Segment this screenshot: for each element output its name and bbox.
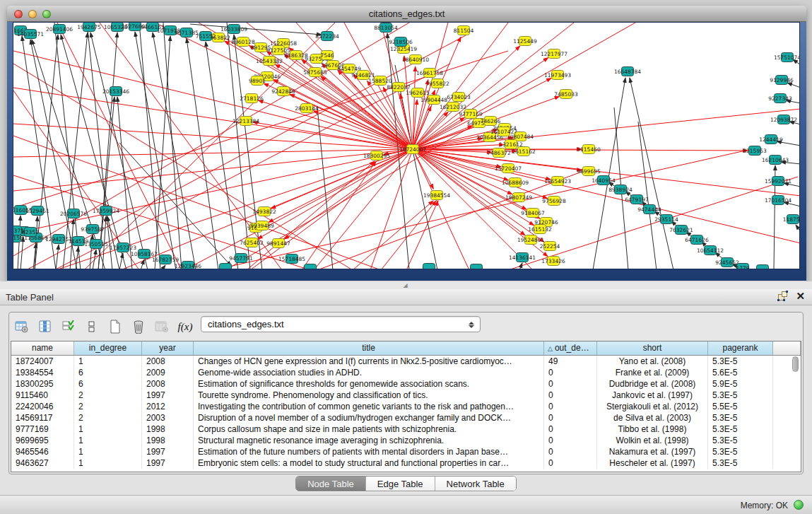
table-settings-icon[interactable]	[13, 317, 30, 336]
table-row[interactable]: 969969511998Structural magnetic resonanc…	[11, 435, 801, 446]
graph-node-1125449[interactable]: 1125449	[513, 37, 537, 46]
graph-node-6734023[interactable]: 6734023	[447, 93, 471, 102]
select-columns-icon[interactable]	[37, 317, 54, 336]
table-row[interactable]: 1830029562008Estimation of significance …	[11, 378, 801, 390]
table-row[interactable]: 946362711997Embryonic stem cells: a mode…	[11, 457, 801, 469]
graph-node-15751074[interactable]: 15751074	[774, 53, 800, 62]
table-row[interactable]: 1872400712008Changes of HCN gene express…	[11, 356, 801, 367]
new-table-icon[interactable]	[107, 317, 124, 336]
graph-node-2935114[interactable]: 2935114	[654, 215, 678, 224]
graph-node-1493822[interactable]: 1493822	[252, 207, 276, 216]
graph-node-1615132[interactable]: 1615132	[528, 225, 552, 234]
function-icon[interactable]: f(x)	[177, 317, 194, 336]
column-header-name[interactable]: name	[11, 341, 74, 355]
graph-node-16033809[interactable]: 16033809	[220, 25, 247, 34]
graph-node-14035571[interactable]: 14035571	[17, 30, 44, 39]
graph-node-17359924[interactable]: 17359924	[93, 206, 119, 216]
table-row[interactable]: 1938455462009Genome-wide association stu…	[11, 367, 801, 378]
graph-node-118753[interactable]: 118753	[783, 215, 800, 224]
graph-node-1615162[interactable]: 1615162	[512, 147, 536, 156]
table-row[interactable]: 1456911722003Disruption of a novel membe…	[11, 412, 801, 424]
graph-node-1529451[interactable]: 1529451	[25, 206, 49, 216]
graph-node-2718126[interactable]: 2718126	[240, 94, 264, 103]
graph-node-20891406[interactable]: 20891406	[46, 25, 73, 34]
graph-node-18640910[interactable]: 18640910	[402, 55, 429, 64]
graph-node[interactable]	[423, 264, 435, 270]
graph-node-9756928[interactable]: 9756928	[542, 197, 566, 206]
graph-node-9115460[interactable]: 9115460	[577, 145, 601, 154]
graph-node-8813054[interactable]: 8813054	[374, 23, 398, 33]
graph-node-16961758[interactable]: 16961758	[416, 69, 443, 78]
panel-resize-handle[interactable]: ◢	[401, 282, 409, 288]
trash-icon[interactable]	[130, 317, 147, 336]
graph-node[interactable]	[220, 264, 232, 270]
graph-node-20153346[interactable]: 20153346	[102, 87, 129, 96]
checklist-icon[interactable]	[60, 317, 77, 336]
graph-node-10688609[interactable]: 10688609	[502, 178, 529, 187]
graph-node-12217977[interactable]: 12217977	[541, 49, 567, 59]
column-header-pagerank[interactable]: pagerank	[708, 341, 773, 355]
graph-node[interactable]	[305, 264, 317, 270]
tab-node-table[interactable]: Node Table	[296, 477, 366, 491]
graph-node-12923446[interactable]: 12923446	[175, 262, 201, 270]
graph-node-15718485[interactable]: 15718485	[278, 255, 305, 264]
tab-network-table[interactable]: Network Table	[435, 477, 516, 491]
graph-node[interactable]	[471, 264, 483, 270]
graph-node-9699695[interactable]: 9699695	[577, 167, 601, 176]
graph-node-10654112[interactable]: 10654112	[697, 246, 724, 255]
graph-node-8572234[interactable]: 8572234	[315, 32, 339, 41]
table-scrollbar[interactable]	[792, 356, 800, 385]
table-select-dropdown[interactable]: citations_edges.txt	[201, 316, 481, 332]
panel-divider[interactable]: ◢	[0, 281, 812, 289]
column-header-short[interactable]: short	[597, 341, 708, 355]
graph-node-1733426[interactable]: 1733426	[541, 257, 565, 266]
graph-node-9891447[interactable]: 9891447	[266, 239, 290, 248]
graph-node-9474444[interactable]: 9474444	[637, 205, 661, 214]
table-row[interactable]: 911546021997Tourette syndrome. Phenomeno…	[11, 390, 801, 401]
graph-node-11973493[interactable]: 11973493	[544, 71, 571, 80]
graph-node-7632621[interactable]: 7632621	[669, 226, 693, 235]
graph-node-252254[interactable]: 252254	[540, 242, 560, 251]
graph-node-98901[interactable]: 98901	[249, 76, 266, 86]
graph-node-20206576[interactable]: 20206576	[60, 209, 87, 218]
table-row[interactable]: 946554611997Estimation of the future num…	[11, 446, 801, 457]
tab-edge-table[interactable]: Edge Table	[366, 477, 435, 491]
graph-node-16648784[interactable]: 16648784	[614, 67, 641, 76]
graph-node-8215953[interactable]: 8215953	[743, 146, 767, 156]
graph-node-811504[interactable]: 811504	[454, 26, 474, 35]
scrollbar-thumb[interactable]	[792, 356, 799, 372]
graph-node-19384554[interactable]: 19384554	[423, 191, 450, 200]
column-header-out_degree[interactable]: △out_de…	[544, 341, 597, 355]
graph-node-1640954[interactable]: 1640954	[592, 176, 616, 185]
window-titlebar[interactable]: citations_edges.txt	[7, 6, 806, 22]
graph-node-9184067[interactable]: 9184067	[521, 209, 545, 218]
graph-node-7955822[interactable]: 7955822	[425, 79, 449, 88]
rows-icon[interactable]	[83, 317, 100, 336]
column-header-year[interactable]: year	[142, 341, 194, 355]
graph-node-9129946[interactable]: 9129946	[770, 76, 794, 85]
table-row[interactable]: 977716911998Corpus callosum shape and si…	[11, 424, 801, 435]
graph-node-7486372[interactable]: 7486372	[487, 148, 511, 158]
graph-node-8938924[interactable]: 8938924	[608, 185, 632, 194]
graph-node[interactable]	[757, 265, 769, 270]
graph-node-1942675[interactable]: 1942675	[77, 23, 101, 32]
graph-node-15720407[interactable]: 15720407	[495, 164, 522, 173]
graph-node-9777169[interactable]: 9777169	[459, 110, 483, 119]
graph-node-5875685[interactable]: 5875685	[303, 68, 327, 77]
graph-node-14136141[interactable]: 14136141	[509, 253, 536, 262]
graph-node-6471626[interactable]: 6471626	[685, 235, 709, 245]
column-header-in_degree[interactable]: in_degree	[74, 341, 142, 355]
table-row[interactable]: 2242004622012Investigating the contribut…	[11, 401, 801, 412]
network-canvas[interactable]: 1872400718300295193845547963822896012889…	[13, 22, 800, 269]
graph-node-7625402[interactable]: 7625402	[240, 238, 264, 247]
graph-node-16210643[interactable]: 16210643	[762, 156, 789, 165]
graph-node-9242848[interactable]: 9242848	[271, 87, 295, 96]
graph-node-6479197[interactable]: 6479197	[625, 195, 649, 204]
graph-node-1350515[interactable]: 1350515	[84, 240, 108, 249]
float-panel-icon[interactable]	[778, 291, 787, 300]
graph-node-7546[interactable]: 7546	[320, 51, 334, 60]
graph-node-1244419[interactable]: 1244419	[759, 135, 783, 144]
graph-node-9227343[interactable]: 9227343	[768, 94, 792, 103]
close-panel-icon[interactable]: ✕	[796, 291, 805, 300]
graph-node-1779[interactable]: 1779	[736, 264, 749, 270]
